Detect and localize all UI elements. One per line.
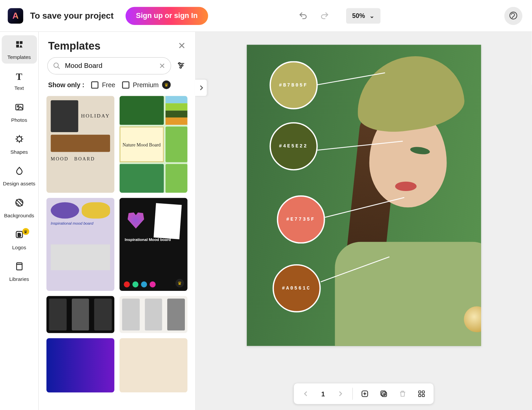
- color-swatch[interactable]: #4E5E22: [269, 122, 318, 170]
- templates-panel: Templates ✕ ✕ Show only : Free Premium♛: [39, 32, 196, 410]
- text-icon: T: [16, 72, 22, 83]
- svg-rect-14: [381, 391, 385, 395]
- rail-item-libraries[interactable]: Libraries: [2, 257, 37, 286]
- canvas-artboard[interactable]: #B7B05F #4E5E22 #E7735F #A0561C: [247, 45, 481, 346]
- chevron-down-icon: ⌄: [369, 12, 375, 19]
- rail-label: Text: [14, 85, 24, 91]
- color-swatch[interactable]: #E7735F: [277, 195, 325, 244]
- rail-item-text[interactable]: T Text: [2, 67, 37, 95]
- color-swatch[interactable]: #A0561C: [272, 264, 321, 312]
- photos-icon: [14, 102, 24, 114]
- premium-badge-icon: ♛: [22, 228, 29, 235]
- backgrounds-icon: [14, 198, 24, 210]
- clear-search-button[interactable]: ✕: [159, 61, 165, 71]
- search-box[interactable]: ✕: [47, 57, 171, 75]
- zoom-value: 50%: [352, 12, 365, 19]
- canvas-area[interactable]: #B7B05F #4E5E22 #E7735F #A0561C 1: [196, 32, 532, 410]
- crown-icon: ♛: [162, 81, 171, 89]
- rail-item-backgrounds[interactable]: Backgrounds: [2, 194, 37, 222]
- rail-item-photos[interactable]: Photos: [2, 98, 37, 126]
- svg-rect-16: [422, 391, 425, 393]
- rail-label: Shapes: [10, 149, 28, 155]
- libraries-icon: [14, 262, 24, 274]
- svg-rect-18: [422, 394, 425, 397]
- undo-button[interactable]: [295, 8, 311, 24]
- svg-rect-15: [419, 391, 421, 393]
- search-input[interactable]: [65, 62, 155, 70]
- page-toolbar: 1: [294, 383, 434, 404]
- crown-icon: ♛: [176, 279, 184, 288]
- premium-checkbox[interactable]: Premium♛: [122, 81, 171, 89]
- svg-point-8: [54, 63, 59, 68]
- svg-text:B: B: [17, 232, 21, 238]
- next-page-button[interactable]: [331, 384, 350, 403]
- show-only-label: Show only :: [48, 81, 84, 89]
- panel-title: Templates: [48, 40, 101, 52]
- svg-point-9: [179, 63, 180, 64]
- svg-point-2: [17, 105, 19, 107]
- template-card[interactable]: [47, 296, 114, 333]
- close-panel-button[interactable]: ✕: [178, 40, 186, 52]
- rail-label: Design assets: [3, 181, 35, 187]
- signup-signin-button[interactable]: Sign up or sign In: [126, 7, 208, 25]
- template-card[interactable]: Nature Mood Board: [119, 96, 187, 193]
- rail-label: Backgrounds: [4, 213, 34, 219]
- templates-icon: [14, 40, 24, 52]
- shapes-icon: [14, 134, 24, 146]
- template-card[interactable]: HOLIDAY MOOD BOARD: [47, 96, 114, 193]
- save-project-text: To save your project: [30, 11, 114, 21]
- side-nav-rail: Templates T Text Photos Shapes Design as…: [0, 32, 39, 410]
- template-card[interactable]: Inspirational mood board: [47, 198, 114, 291]
- rail-item-logos[interactable]: ♛ B Logos: [2, 226, 37, 254]
- app-logo[interactable]: A: [8, 8, 23, 24]
- svg-point-11: [180, 66, 182, 68]
- design-assets-icon: [14, 166, 24, 178]
- add-page-button[interactable]: [355, 384, 374, 403]
- rail-label: Libraries: [9, 276, 29, 282]
- template-card[interactable]: [47, 338, 114, 392]
- template-card[interactable]: Inspirational Mood board ♛: [119, 198, 187, 291]
- rail-label: Photos: [11, 117, 27, 123]
- template-card[interactable]: [119, 338, 187, 392]
- collapse-panel-button[interactable]: [195, 79, 207, 97]
- page-number: 1: [315, 390, 331, 397]
- photo-model: [318, 57, 481, 346]
- free-checkbox[interactable]: Free: [91, 81, 115, 89]
- color-swatch[interactable]: #B7B05F: [269, 61, 318, 109]
- delete-page-button[interactable]: [393, 384, 412, 403]
- svg-rect-7: [16, 263, 22, 270]
- search-icon: [53, 62, 61, 70]
- duplicate-page-button[interactable]: [374, 384, 393, 403]
- svg-rect-17: [419, 394, 421, 397]
- filters-button[interactable]: [176, 60, 187, 72]
- rail-item-design-assets[interactable]: Design assets: [2, 162, 37, 190]
- rail-label: Templates: [7, 54, 31, 60]
- template-card[interactable]: [119, 296, 187, 333]
- rail-item-templates[interactable]: Templates: [2, 35, 37, 64]
- help-button[interactable]: [504, 7, 522, 25]
- zoom-dropdown[interactable]: 50% ⌄: [346, 8, 380, 24]
- redo-button[interactable]: [317, 8, 332, 24]
- svg-rect-1: [16, 104, 23, 110]
- svg-point-10: [182, 65, 183, 66]
- prev-page-button[interactable]: [297, 384, 316, 403]
- grid-view-button[interactable]: [412, 384, 431, 403]
- rail-item-shapes[interactable]: Shapes: [2, 130, 37, 158]
- rail-label: Logos: [12, 244, 26, 250]
